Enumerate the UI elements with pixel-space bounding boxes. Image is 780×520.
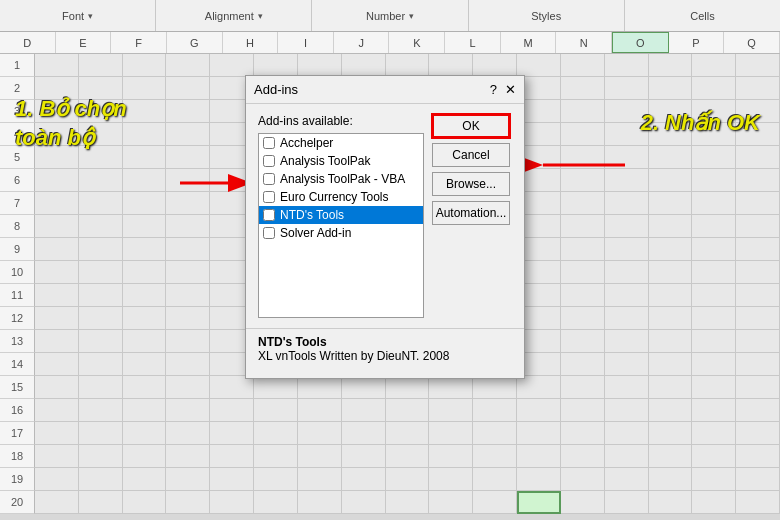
grid-cell[interactable]	[605, 422, 649, 445]
grid-cell[interactable]	[692, 215, 736, 238]
grid-cell[interactable]	[166, 238, 210, 261]
grid-cell[interactable]	[605, 445, 649, 468]
grid-cell[interactable]	[605, 307, 649, 330]
grid-cell[interactable]	[166, 146, 210, 169]
grid-cell[interactable]	[736, 491, 780, 514]
grid-cell[interactable]	[166, 353, 210, 376]
grid-cell[interactable]	[736, 376, 780, 399]
grid-cell[interactable]	[35, 376, 79, 399]
grid-cell[interactable]	[254, 399, 298, 422]
grid-cell[interactable]	[736, 468, 780, 491]
grid-cell[interactable]	[254, 468, 298, 491]
grid-cell[interactable]	[386, 445, 430, 468]
grid-cell[interactable]	[561, 422, 605, 445]
grid-cell[interactable]	[210, 468, 254, 491]
grid-cell[interactable]	[692, 353, 736, 376]
grid-cell[interactable]	[342, 376, 386, 399]
grid-cell[interactable]	[79, 261, 123, 284]
grid-cell[interactable]	[342, 445, 386, 468]
grid-cell[interactable]	[298, 468, 342, 491]
grid-cell[interactable]	[605, 284, 649, 307]
grid-cell[interactable]	[649, 54, 693, 77]
ribbon-number-expand-icon[interactable]: ▾	[409, 11, 414, 21]
grid-cell[interactable]	[79, 284, 123, 307]
grid-cell[interactable]	[342, 422, 386, 445]
grid-cell[interactable]	[736, 330, 780, 353]
grid-cell[interactable]	[166, 100, 210, 123]
grid-cell[interactable]	[736, 77, 780, 100]
grid-cell[interactable]	[473, 422, 517, 445]
grid-cell[interactable]	[123, 261, 167, 284]
grid-cell[interactable]	[35, 399, 79, 422]
grid-cell[interactable]	[35, 284, 79, 307]
grid-cell[interactable]	[35, 215, 79, 238]
grid-cell[interactable]	[123, 307, 167, 330]
grid-cell[interactable]	[736, 399, 780, 422]
grid-cell[interactable]	[298, 376, 342, 399]
grid-cell[interactable]	[123, 284, 167, 307]
addin-checkbox-ntd-tools[interactable]	[263, 209, 275, 221]
grid-cell[interactable]	[605, 238, 649, 261]
addin-checkbox-analysis-toolpak-vba[interactable]	[263, 173, 275, 185]
addins-list[interactable]: Acchelper Analysis ToolPak Analysis Tool…	[258, 133, 424, 318]
grid-cell[interactable]	[605, 54, 649, 77]
grid-cell[interactable]	[561, 192, 605, 215]
grid-cell[interactable]	[736, 261, 780, 284]
grid-cell[interactable]	[736, 54, 780, 77]
addin-checkbox-analysis-toolpak[interactable]	[263, 155, 275, 167]
grid-cell[interactable]	[692, 261, 736, 284]
addin-checkbox-euro-currency[interactable]	[263, 191, 275, 203]
grid-cell[interactable]	[298, 399, 342, 422]
addin-checkbox-solver[interactable]	[263, 227, 275, 239]
cancel-button[interactable]: Cancel	[432, 143, 510, 167]
grid-cell[interactable]	[605, 330, 649, 353]
grid-cell[interactable]	[649, 468, 693, 491]
grid-cell[interactable]	[123, 399, 167, 422]
grid-cell[interactable]	[736, 192, 780, 215]
grid-cell[interactable]	[517, 54, 561, 77]
grid-cell[interactable]	[692, 77, 736, 100]
grid-cell[interactable]	[649, 376, 693, 399]
ok-button[interactable]: OK	[432, 114, 510, 138]
grid-cell[interactable]	[35, 422, 79, 445]
grid-cell[interactable]	[561, 376, 605, 399]
grid-cell[interactable]	[386, 376, 430, 399]
grid-cell[interactable]	[736, 422, 780, 445]
grid-cell[interactable]	[517, 399, 561, 422]
grid-cell[interactable]	[605, 353, 649, 376]
grid-cell[interactable]	[123, 376, 167, 399]
grid-cell[interactable]	[649, 307, 693, 330]
grid-cell[interactable]	[561, 54, 605, 77]
grid-cell[interactable]	[123, 468, 167, 491]
grid-cell[interactable]	[298, 422, 342, 445]
ribbon-font-expand-icon[interactable]: ▾	[88, 11, 93, 21]
grid-cell[interactable]	[79, 54, 123, 77]
grid-cell[interactable]	[517, 422, 561, 445]
grid-cell[interactable]	[79, 330, 123, 353]
grid-cell[interactable]	[123, 192, 167, 215]
grid-cell[interactable]	[79, 353, 123, 376]
grid-cell[interactable]	[692, 491, 736, 514]
grid-cell[interactable]	[79, 376, 123, 399]
grid-cell[interactable]	[123, 100, 167, 123]
grid-cell[interactable]	[605, 468, 649, 491]
grid-cell[interactable]	[692, 169, 736, 192]
grid-cell[interactable]	[79, 169, 123, 192]
grid-cell[interactable]	[649, 491, 693, 514]
grid-cell[interactable]	[210, 491, 254, 514]
grid-cell[interactable]	[123, 422, 167, 445]
grid-cell[interactable]	[166, 422, 210, 445]
grid-cell[interactable]	[561, 77, 605, 100]
grid-cell[interactable]	[79, 215, 123, 238]
grid-cell[interactable]	[342, 54, 386, 77]
grid-cell[interactable]	[298, 54, 342, 77]
grid-cell[interactable]	[79, 422, 123, 445]
grid-cell[interactable]	[254, 54, 298, 77]
grid-cell[interactable]	[386, 491, 430, 514]
addin-item-euro-currency[interactable]: Euro Currency Tools	[259, 188, 423, 206]
grid-cell[interactable]	[342, 399, 386, 422]
grid-cell[interactable]	[342, 468, 386, 491]
grid-cell[interactable]	[692, 468, 736, 491]
grid-cell[interactable]	[166, 399, 210, 422]
grid-cell[interactable]	[35, 468, 79, 491]
